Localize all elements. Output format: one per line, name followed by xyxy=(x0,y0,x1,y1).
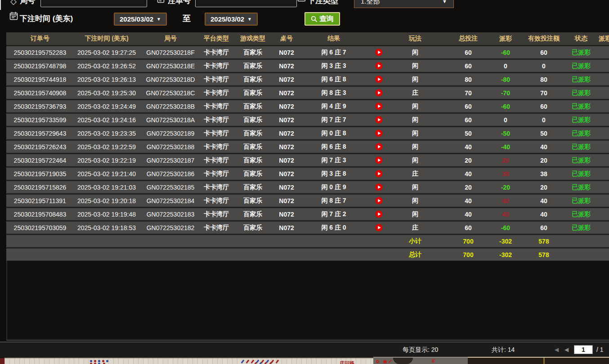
table-no-cell: N072 xyxy=(274,143,299,151)
road-slash xyxy=(241,360,245,364)
video-replay-icon[interactable] xyxy=(375,102,383,110)
replay-cell xyxy=(369,116,389,124)
payout-cell: -80 xyxy=(495,76,516,83)
order-id-cell: 250302195744918 xyxy=(6,76,74,83)
platform-cell: 卡卡湾厅 xyxy=(202,197,231,205)
bet-time-cell: 2025-03-02 19:24:16 xyxy=(74,116,139,124)
video-replay-icon[interactable] xyxy=(375,210,383,218)
order-number-input[interactable] xyxy=(195,0,297,7)
subtotal-total-bet: 700 xyxy=(442,238,495,245)
platform-cell: 卡卡湾厅 xyxy=(202,49,231,57)
video-replay-icon[interactable] xyxy=(375,129,383,137)
video-replay-icon[interactable] xyxy=(375,116,383,124)
platform-cell: 卡卡湾厅 xyxy=(202,62,231,70)
date-to-value: 2025/03/02 xyxy=(210,15,244,23)
date-from-picker[interactable]: 2025/03/02 ▼ xyxy=(114,13,167,26)
road-dot xyxy=(106,360,108,362)
column-header: 玩法 xyxy=(389,35,442,43)
bet-type-select[interactable]: 1.全部 ▼ xyxy=(354,0,454,8)
video-replay-icon[interactable] xyxy=(375,75,383,83)
column-header: 平台类型 xyxy=(202,35,231,43)
table-row: 250302195722464 2025-03-02 19:22:19 GN07… xyxy=(6,153,609,166)
table-row: 250302195736793 2025-03-02 19:24:49 GN07… xyxy=(6,99,609,112)
table-row: 250302195726243 2025-03-02 19:22:59 GN07… xyxy=(6,139,609,153)
table-no-cell: N072 xyxy=(274,197,299,204)
round-number-input[interactable] xyxy=(40,0,147,7)
status-cell: 已派彩 xyxy=(571,62,591,70)
result-cell: 闲 3 庄 3 xyxy=(299,62,369,70)
platform-cell: 卡卡湾厅 xyxy=(202,129,231,138)
play-cell: 闲 xyxy=(389,102,442,111)
table-header-row: 订单号下注时间 (美东)局号平台类型游戏类型桌号结果玩法总投注派彩有效投注额状态… xyxy=(6,32,609,45)
search-icon xyxy=(311,16,318,22)
date-from-value: 2025/03/02 xyxy=(120,15,153,23)
video-replay-icon[interactable] xyxy=(375,224,383,231)
table-row: 250302195703059 2025-03-02 19:18:53 GN07… xyxy=(6,220,609,234)
payout-cell: 0 xyxy=(495,116,516,124)
grand-total-valid-bet: 578 xyxy=(516,251,571,258)
video-replay-icon[interactable] xyxy=(375,197,383,204)
video-replay-icon[interactable] xyxy=(375,62,383,70)
video-replay-icon[interactable] xyxy=(375,170,383,178)
video-replay-icon[interactable] xyxy=(375,143,383,151)
column-header: 局号 xyxy=(139,35,202,43)
replay-cell xyxy=(369,129,389,137)
order-id-cell: 250302195726243 xyxy=(6,143,74,151)
platform-cell: 卡卡湾厅 xyxy=(202,75,231,84)
table-no-cell: N072 xyxy=(274,89,299,97)
platform-cell: 卡卡湾厅 xyxy=(202,170,231,178)
total-bet-cell: 60 xyxy=(442,49,495,56)
road-ring-icon xyxy=(376,360,379,363)
valid-bet-cell: 70 xyxy=(516,89,571,97)
total-bet-cell: 20 xyxy=(442,157,495,164)
result-cell: 闲 6 庄 8 xyxy=(299,143,369,151)
total-bet-cell: 60 xyxy=(442,116,495,124)
table-no-cell: N072 xyxy=(274,116,299,124)
order-id-cell: 250302195722464 xyxy=(6,157,74,164)
total-bet-cell: 60 xyxy=(442,224,495,231)
valid-bet-cell: 40 xyxy=(516,197,571,204)
search-button[interactable]: 查询 xyxy=(304,12,340,26)
result-cell: 闲 6 庄 7 xyxy=(299,49,369,57)
valid-bet-cell: 38 xyxy=(516,170,571,178)
road-slash xyxy=(259,362,262,364)
valid-bet-cell: 20 xyxy=(516,184,571,191)
total-bet-cell: 50 xyxy=(442,130,495,137)
round-id-cell: GN0722530218B xyxy=(139,103,202,110)
table-row: 250302195748798 2025-03-02 19:26:52 GN07… xyxy=(6,58,609,72)
platform-cell: 卡卡湾厅 xyxy=(202,143,231,151)
play-cell: 闲 xyxy=(389,62,442,70)
payout-cell: 20 xyxy=(495,157,516,164)
video-replay-icon[interactable] xyxy=(375,183,383,191)
column-header: 有效投注额 xyxy=(516,35,571,43)
video-replay-icon[interactable] xyxy=(375,89,383,97)
replay-cell xyxy=(369,156,389,164)
road-slash xyxy=(269,362,272,364)
total-bet-cell: 80 xyxy=(442,76,495,83)
road-ball-icon xyxy=(383,360,387,364)
payout-cell: -50 xyxy=(495,130,516,137)
game-type-cell: 百家乐 xyxy=(231,129,274,138)
round-id-cell: GN07225302185 xyxy=(139,184,202,191)
valid-bet-cell: 60 xyxy=(516,224,571,231)
table-row: 250302195708483 2025-03-02 19:19:48 GN07… xyxy=(6,207,609,220)
round-id-cell: GN0722530218A xyxy=(139,116,202,124)
subtotal-valid-bet: 578 xyxy=(516,238,571,245)
play-cell: 闲 xyxy=(389,75,442,84)
result-cell: 闲 4 庄 9 xyxy=(299,102,369,111)
play-cell: 庄 xyxy=(389,170,442,178)
table-no-cell: N072 xyxy=(274,224,299,231)
order-number-label: 注单号 xyxy=(168,0,191,6)
first-page-icon[interactable]: ◀ xyxy=(555,346,559,353)
date-to-picker[interactable]: 2025/03/02 ▼ xyxy=(205,13,258,26)
video-replay-icon[interactable] xyxy=(375,49,383,56)
prev-page-icon[interactable]: ◀ xyxy=(564,346,569,353)
result-cell: 闲 7 庄 2 xyxy=(299,210,369,218)
background-tile xyxy=(0,358,4,364)
column-header: 派彩时间 xyxy=(591,35,609,43)
video-replay-icon[interactable] xyxy=(375,156,383,164)
bet-time-label: 下注时间 (美东) xyxy=(20,13,73,24)
bet-records-panel: ◇ 局号 注单号 下注类型 1.全部 ▼ 下注时间 (美东) 2025/03/0… xyxy=(0,0,609,364)
page-number-input[interactable] xyxy=(574,345,593,354)
result-cell: 闲 0 庄 9 xyxy=(299,183,369,191)
